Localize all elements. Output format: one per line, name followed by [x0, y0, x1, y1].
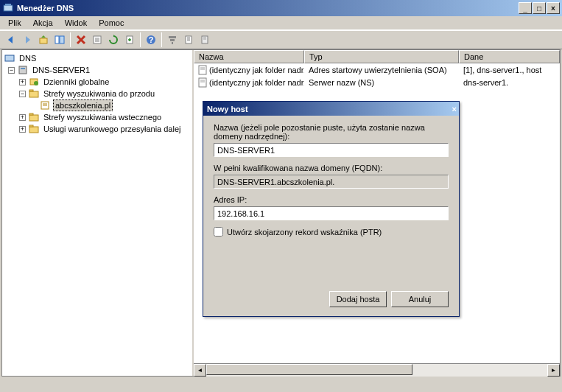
- tree-forward-zones[interactable]: − Strefy wyszukiwania do przodu: [4, 88, 191, 99]
- tree-conditional-fwd[interactable]: + Usługi warunkowego przesyłania dalej: [4, 123, 191, 135]
- record-row[interactable]: (identyczny jak folder nadrzę... Adres s…: [194, 63, 560, 76]
- export-button[interactable]: [122, 32, 138, 48]
- ptr-label: Utwórz skojarzony rekord wskaźnika (PTR): [227, 228, 382, 237]
- scroll-right-button[interactable]: ►: [547, 364, 560, 377]
- svg-rect-32: [29, 115, 38, 121]
- svg-rect-13: [170, 39, 175, 41]
- svg-rect-33: [29, 113, 33, 115]
- horizontal-scrollbar[interactable]: ◄ ►: [194, 363, 560, 376]
- ptr-checkbox[interactable]: [214, 227, 223, 237]
- svg-rect-22: [5, 55, 14, 61]
- svg-rect-24: [21, 68, 25, 69]
- scroll-thumb[interactable]: [206, 364, 412, 375]
- back-button[interactable]: [3, 32, 19, 48]
- svg-rect-34: [29, 127, 38, 133]
- svg-rect-27: [29, 91, 38, 97]
- fqdn-label: W pełni kwalifikowana nazwa domeny (FQDN…: [214, 164, 449, 172]
- toolbar: ?: [0, 30, 562, 49]
- name-input[interactable]: [214, 143, 449, 157]
- tree-reverse-zones[interactable]: + Strefy wyszukiwania wstecznego: [4, 111, 191, 123]
- collapse-icon[interactable]: −: [19, 91, 26, 97]
- svg-rect-36: [199, 66, 206, 74]
- svg-rect-23: [19, 66, 27, 74]
- collapse-icon[interactable]: −: [8, 67, 15, 74]
- close-button[interactable]: ×: [547, 2, 560, 14]
- svg-rect-14: [172, 42, 173, 44]
- tree-server[interactable]: − DNS-SERVER1: [4, 64, 191, 76]
- folder-icon: [28, 111, 40, 123]
- list-header: Nazwa Typ Dane: [194, 50, 560, 63]
- column-name[interactable]: Nazwa: [194, 50, 304, 63]
- svg-rect-3: [55, 36, 59, 43]
- dialog-titlebar[interactable]: Nowy host ×: [203, 102, 459, 116]
- scroll-left-button[interactable]: ◄: [194, 364, 206, 377]
- expand-icon[interactable]: +: [19, 79, 26, 85]
- svg-rect-28: [29, 90, 33, 91]
- cancel-button[interactable]: Anuluj: [391, 291, 449, 307]
- fqdn-input: [214, 175, 449, 189]
- window-title: Menedżer DNS: [17, 4, 518, 13]
- delete-button[interactable]: [73, 32, 89, 48]
- expand-icon[interactable]: +: [19, 114, 26, 121]
- up-button[interactable]: [35, 32, 52, 48]
- svg-rect-0: [4, 5, 13, 11]
- svg-rect-2: [40, 38, 47, 43]
- menu-action[interactable]: Akcja: [28, 17, 58, 29]
- ip-label: Adres IP:: [214, 195, 449, 204]
- tree-global-logs[interactable]: + Dzienniki globalne: [4, 76, 191, 88]
- menu-view[interactable]: Widok: [60, 17, 93, 29]
- dialog-title: Nowy host: [206, 105, 452, 113]
- column-data[interactable]: Dane: [459, 50, 560, 63]
- dialog-close-button[interactable]: ×: [452, 105, 457, 113]
- help-button[interactable]: ?: [143, 32, 159, 48]
- record-icon: [198, 77, 207, 88]
- expand-icon[interactable]: +: [19, 126, 26, 133]
- folder-icon: [28, 123, 40, 135]
- add-host-button[interactable]: Dodaj hosta: [329, 291, 387, 307]
- svg-rect-12: [169, 36, 176, 38]
- minimize-button[interactable]: _: [519, 2, 532, 14]
- server-icon: [17, 64, 29, 76]
- tree-pane: DNS − DNS-SERVER1 + Dzienniki globalne −…: [2, 50, 194, 376]
- svg-point-26: [34, 81, 38, 85]
- menubar: Plik Akcja Widok Pomoc: [0, 16, 562, 30]
- list-button[interactable]: [180, 32, 197, 48]
- column-type[interactable]: Typ: [304, 50, 459, 63]
- folder-icon: [28, 88, 40, 99]
- tree-root[interactable]: DNS: [4, 52, 191, 64]
- zone-icon: [39, 99, 51, 111]
- filter-button[interactable]: [164, 32, 180, 48]
- svg-rect-4: [60, 36, 64, 43]
- ip-input[interactable]: [214, 206, 449, 220]
- tree-zone-selected[interactable]: abcszkolenia.pl: [4, 99, 191, 111]
- name-label: Nazwa (jeżeli pole pozostanie puste, uży…: [214, 123, 449, 141]
- forward-button[interactable]: [19, 32, 35, 48]
- show-hide-button[interactable]: [52, 32, 68, 48]
- app-icon: [2, 2, 14, 14]
- logs-icon: [28, 76, 40, 88]
- record-row[interactable]: (identyczny jak folder nadrzę... Serwer …: [194, 76, 560, 88]
- refresh-button[interactable]: [105, 32, 122, 48]
- svg-rect-35: [29, 125, 33, 127]
- svg-text:?: ?: [149, 35, 154, 44]
- menu-file[interactable]: Plik: [3, 17, 27, 29]
- properties-button[interactable]: [89, 32, 105, 48]
- maximize-button[interactable]: □: [533, 2, 546, 14]
- svg-rect-1: [5, 4, 11, 5]
- record-icon: [198, 65, 207, 75]
- menu-help[interactable]: Pomoc: [94, 17, 129, 29]
- dns-icon: [4, 52, 15, 64]
- svg-rect-39: [199, 78, 206, 87]
- new-host-dialog: Nowy host × Nazwa (jeżeli pole pozostani…: [203, 101, 460, 317]
- list2-button[interactable]: [197, 32, 213, 48]
- window-titlebar: Menedżer DNS _ □ ×: [0, 0, 562, 16]
